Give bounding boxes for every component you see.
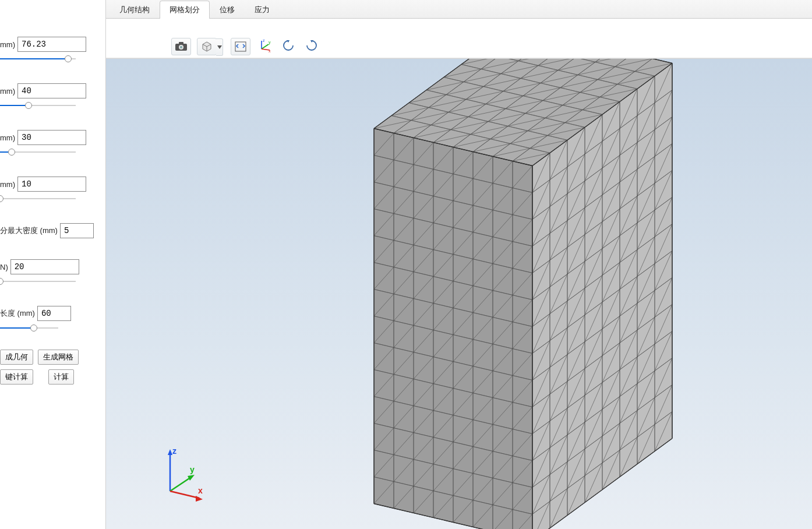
- param-slider-7[interactable]: [0, 324, 58, 332]
- mesh-graphic: [106, 59, 812, 529]
- param-label: mm): [0, 133, 15, 142]
- param-label: N): [0, 263, 8, 271]
- camera-icon: [175, 41, 188, 52]
- tab-geometry[interactable]: 几何结构: [110, 1, 160, 19]
- generate-mesh-button[interactable]: 生成网格: [38, 350, 79, 365]
- svg-text:z: z: [172, 446, 176, 456]
- viewport-toolbar: z y x: [106, 35, 812, 58]
- param-slider-3[interactable]: [0, 148, 76, 156]
- param-label: mm): [0, 87, 15, 96]
- param-label: mm): [0, 40, 15, 49]
- axis-gnomon: z y x: [153, 446, 211, 506]
- svg-line-1474: [170, 491, 199, 498]
- zoom-extents-button[interactable]: [231, 38, 250, 55]
- param-label-mesh-density: 分最大密度 (mm): [0, 225, 58, 236]
- svg-text:x: x: [198, 486, 203, 495]
- param-slider-4[interactable]: [0, 195, 76, 203]
- svg-text:y: y: [269, 40, 271, 45]
- svg-marker-1475: [196, 496, 203, 502]
- param-input-mesh-density[interactable]: [60, 223, 94, 238]
- param-slider-2[interactable]: [0, 101, 76, 110]
- axis-orientation-button[interactable]: z y x: [256, 38, 274, 55]
- one-click-compute-button[interactable]: 键计算: [0, 369, 33, 385]
- svg-text:y: y: [190, 465, 195, 474]
- tab-displacement[interactable]: 位移: [210, 1, 245, 19]
- mesh-viewport[interactable]: z y x: [106, 58, 812, 529]
- cube-perspective-icon: [200, 41, 213, 52]
- param-input-2[interactable]: [17, 83, 86, 98]
- param-label: mm): [0, 180, 15, 189]
- param-label-length: 长度 (mm): [0, 308, 35, 319]
- param-slider-1[interactable]: [0, 55, 76, 63]
- param-input-6[interactable]: [10, 259, 79, 274]
- svg-line-1471: [170, 477, 191, 491]
- svg-text:z: z: [263, 38, 265, 43]
- param-input-1[interactable]: [17, 37, 86, 52]
- tab-mesh[interactable]: 网格划分: [160, 1, 210, 19]
- param-input-4[interactable]: [17, 177, 86, 192]
- rotate-ccw-button[interactable]: [280, 38, 297, 55]
- cube-view-button[interactable]: [197, 38, 217, 55]
- axis-gnomon-icon: z y x: [258, 38, 272, 54]
- svg-text:x: x: [269, 49, 271, 52]
- svg-line-10: [262, 44, 269, 49]
- svg-marker-1472: [188, 475, 195, 481]
- tab-stress[interactable]: 应力: [245, 1, 280, 19]
- main-area: 几何结构 网格划分 位移 应力 z: [106, 0, 812, 529]
- compute-button[interactable]: 计算: [48, 369, 74, 385]
- snapshot-button[interactable]: [171, 38, 191, 55]
- generate-geometry-button[interactable]: 成几何: [0, 350, 33, 365]
- param-input-length[interactable]: [37, 306, 71, 321]
- svg-rect-1: [179, 42, 183, 44]
- view-tabs: 几何结构 网格划分 位移 应力: [106, 0, 812, 19]
- svg-marker-6: [217, 45, 222, 49]
- zoom-extents-icon: [235, 41, 246, 52]
- rotate-ccw-icon: [282, 39, 295, 54]
- param-slider-6[interactable]: [0, 277, 76, 285]
- param-input-3[interactable]: [17, 130, 86, 145]
- rotate-cw-icon: [305, 39, 318, 54]
- rotate-cw-button[interactable]: [303, 38, 320, 55]
- parameter-sidebar: mm) mm) mm) mm) 分最大密度 (mm) N) 长度 (mm): [0, 0, 106, 529]
- cube-view-dropdown[interactable]: [216, 38, 223, 56]
- svg-marker-1469: [168, 449, 172, 455]
- svg-point-3: [180, 45, 182, 48]
